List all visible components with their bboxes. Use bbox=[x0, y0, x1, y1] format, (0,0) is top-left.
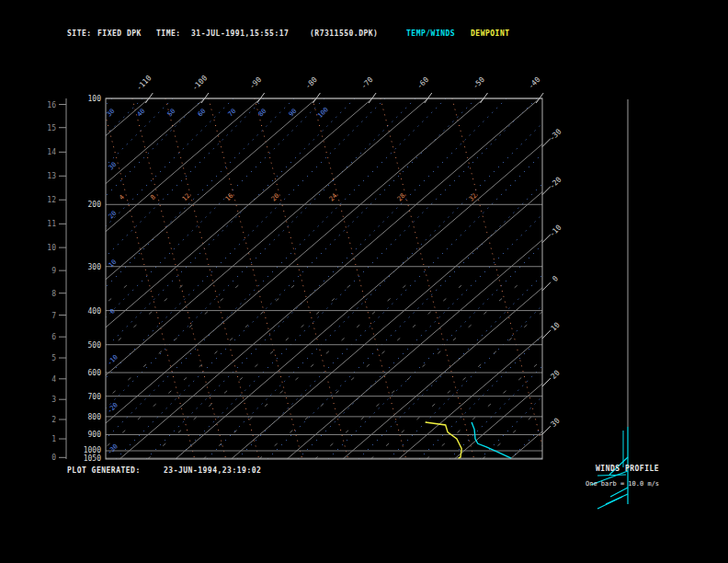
svg-text:10: 10 bbox=[47, 244, 56, 252]
svg-text:12: 12 bbox=[47, 196, 56, 204]
svg-text:-30: -30 bbox=[548, 127, 563, 143]
svg-text:16: 16 bbox=[47, 101, 56, 109]
svg-text:15: 15 bbox=[47, 124, 56, 132]
svg-text:-50: -50 bbox=[471, 75, 486, 91]
dry-adiabat-lines bbox=[0, 98, 728, 459]
svg-text:7: 7 bbox=[51, 312, 56, 320]
svg-text:10: 10 bbox=[108, 259, 119, 270]
svg-text:600: 600 bbox=[88, 369, 102, 377]
svg-text:100: 100 bbox=[88, 95, 102, 103]
svg-text:100: 100 bbox=[316, 106, 330, 120]
svg-text:24: 24 bbox=[328, 192, 339, 203]
svg-text:11: 11 bbox=[47, 220, 56, 228]
svg-text:1050: 1050 bbox=[84, 454, 101, 463]
svg-text:0: 0 bbox=[51, 454, 56, 462]
svg-text:30: 30 bbox=[106, 108, 117, 119]
winds-profile-title: WINDS PROFILE bbox=[596, 465, 659, 473]
svg-text:20: 20 bbox=[550, 369, 562, 381]
svg-text:1000: 1000 bbox=[84, 446, 101, 454]
svg-text:70: 70 bbox=[227, 108, 238, 119]
svg-text:32: 32 bbox=[468, 192, 479, 203]
svg-text:900: 900 bbox=[88, 431, 102, 439]
svg-text:16: 16 bbox=[224, 192, 235, 203]
svg-text:10: 10 bbox=[550, 320, 562, 332]
svg-text:80: 80 bbox=[257, 108, 268, 119]
svg-text:6: 6 bbox=[51, 333, 56, 341]
plot-generated-label: PLOT GENERATED: bbox=[67, 466, 141, 475]
svg-text:14: 14 bbox=[47, 148, 56, 156]
svg-text:4: 4 bbox=[51, 375, 56, 384]
right-isotherm-labels: -30-20-100102030 bbox=[542, 127, 563, 434]
svg-text:2: 2 bbox=[51, 416, 56, 424]
svg-text:-90: -90 bbox=[248, 75, 264, 91]
winds-barb-legend: One barb = 10.0 m/s bbox=[586, 480, 659, 488]
svg-text:-100: -100 bbox=[190, 74, 209, 92]
height-axis: 012345678910111213141516 bbox=[47, 98, 66, 462]
svg-text:700: 700 bbox=[88, 393, 102, 401]
svg-text:-60: -60 bbox=[415, 75, 431, 91]
svg-text:0: 0 bbox=[551, 274, 560, 283]
svg-text:60: 60 bbox=[197, 108, 208, 119]
svg-text:800: 800 bbox=[88, 413, 102, 421]
svg-text:8: 8 bbox=[149, 193, 157, 201]
svg-text:5: 5 bbox=[51, 354, 56, 362]
plot-generated-value: 23-JUN-1994,23:19:02 bbox=[164, 466, 261, 475]
skewt-plot-svg: 1002003004005006007008009001000105001234… bbox=[0, 0, 728, 563]
svg-text:90: 90 bbox=[288, 108, 299, 119]
svg-text:13: 13 bbox=[47, 172, 56, 180]
svg-text:-20: -20 bbox=[548, 175, 563, 190]
svg-text:400: 400 bbox=[88, 307, 102, 316]
svg-text:50: 50 bbox=[166, 108, 177, 119]
svg-text:9: 9 bbox=[51, 267, 56, 275]
svg-text:8: 8 bbox=[51, 290, 56, 298]
svg-text:1: 1 bbox=[51, 435, 56, 443]
svg-text:30: 30 bbox=[550, 417, 562, 429]
svg-text:20: 20 bbox=[270, 192, 281, 203]
svg-text:28: 28 bbox=[396, 192, 407, 203]
winds-profile bbox=[591, 99, 628, 509]
dewpoint-trace bbox=[426, 422, 462, 458]
svg-text:500: 500 bbox=[88, 341, 102, 350]
skewt-app-window: SITE: FIXED DPK TIME: 31-JUL-1991,15:55:… bbox=[0, 0, 728, 563]
svg-text:0: 0 bbox=[108, 307, 117, 316]
pressure-tick-labels: 10020030040050060070080090010001050 bbox=[84, 95, 101, 463]
svg-text:12: 12 bbox=[181, 192, 192, 203]
svg-text:3: 3 bbox=[51, 396, 56, 404]
svg-text:-80: -80 bbox=[303, 75, 319, 91]
svg-text:-10: -10 bbox=[548, 224, 563, 239]
svg-text:4: 4 bbox=[118, 193, 126, 201]
svg-text:-70: -70 bbox=[359, 75, 375, 91]
svg-text:-40: -40 bbox=[527, 75, 542, 91]
svg-text:-110: -110 bbox=[135, 74, 154, 92]
moist-adiabat-lines bbox=[101, 98, 546, 459]
svg-text:20: 20 bbox=[108, 210, 119, 221]
svg-text:300: 300 bbox=[88, 263, 102, 271]
svg-text:200: 200 bbox=[88, 201, 102, 209]
